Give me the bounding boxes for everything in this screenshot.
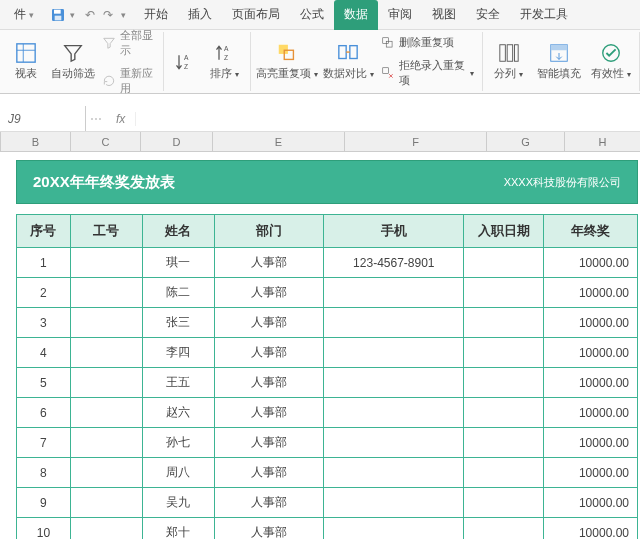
autofilter-button[interactable]: 自动筛选 — [54, 42, 92, 81]
table-cell[interactable] — [464, 398, 544, 428]
table-row[interactable]: 4李四人事部10000.00 — [17, 338, 638, 368]
table-cell[interactable] — [464, 488, 544, 518]
table-cell[interactable]: 10000.00 — [544, 398, 638, 428]
sort-asc-button[interactable]: AZ — [172, 51, 196, 73]
table-cell[interactable] — [464, 278, 544, 308]
table-cell[interactable]: 9 — [17, 488, 71, 518]
table-cell[interactable] — [464, 428, 544, 458]
col-header[interactable]: C — [71, 132, 141, 151]
table-cell[interactable]: 人事部 — [214, 458, 324, 488]
table-row[interactable]: 6赵六人事部10000.00 — [17, 398, 638, 428]
table-cell[interactable]: 10000.00 — [544, 488, 638, 518]
table-cell[interactable]: 10000.00 — [544, 248, 638, 278]
table-cell[interactable] — [324, 518, 464, 540]
table-cell[interactable] — [70, 458, 142, 488]
table-header-cell[interactable]: 工号 — [70, 215, 142, 248]
table-cell[interactable]: 人事部 — [214, 368, 324, 398]
table-cell[interactable]: 5 — [17, 368, 71, 398]
split-button[interactable]: 分列 ▾ — [491, 42, 527, 81]
table-cell[interactable] — [70, 398, 142, 428]
table-cell[interactable] — [70, 278, 142, 308]
table-cell[interactable]: 123-4567-8901 — [324, 248, 464, 278]
table-header-cell[interactable]: 姓名 — [142, 215, 214, 248]
table-cell[interactable]: 人事部 — [214, 488, 324, 518]
table-cell[interactable] — [324, 398, 464, 428]
table-cell[interactable] — [464, 518, 544, 540]
smartfill-button[interactable]: 智能填充 — [537, 42, 581, 81]
col-header[interactable]: D — [141, 132, 213, 151]
col-header[interactable]: H — [565, 132, 640, 151]
table-cell[interactable]: 10 — [17, 518, 71, 540]
menu-tab-8[interactable]: 开发工具 — [510, 0, 578, 30]
table-cell[interactable]: 6 — [17, 398, 71, 428]
table-cell[interactable]: 琪一 — [142, 248, 214, 278]
menu-tab-4[interactable]: 数据 — [334, 0, 378, 30]
menu-tab-6[interactable]: 视图 — [422, 0, 466, 30]
table-cell[interactable] — [324, 338, 464, 368]
menu-tab-2[interactable]: 页面布局 — [222, 0, 290, 30]
table-cell[interactable] — [324, 278, 464, 308]
table-cell[interactable]: 10000.00 — [544, 518, 638, 540]
table-row[interactable]: 10郑十人事部10000.00 — [17, 518, 638, 540]
table-header-cell[interactable]: 序号 — [17, 215, 71, 248]
table-cell[interactable]: 人事部 — [214, 518, 324, 540]
table-cell[interactable] — [324, 458, 464, 488]
table-cell[interactable]: 10000.00 — [544, 458, 638, 488]
table-cell[interactable]: 人事部 — [214, 248, 324, 278]
col-header[interactable]: E — [213, 132, 345, 151]
table-cell[interactable] — [70, 368, 142, 398]
table-header-cell[interactable]: 入职日期 — [464, 215, 544, 248]
table-cell[interactable]: 郑十 — [142, 518, 214, 540]
table-cell[interactable]: 吴九 — [142, 488, 214, 518]
menu-tab-5[interactable]: 审阅 — [378, 0, 422, 30]
menu-file[interactable]: 件▾ — [4, 0, 44, 30]
menu-tab-1[interactable]: 插入 — [178, 0, 222, 30]
table-cell[interactable]: 张三 — [142, 308, 214, 338]
table-cell[interactable]: 8 — [17, 458, 71, 488]
sheet-area[interactable]: 20XX年年终奖发放表 XXXX科技股份有限公司 序号工号姓名部门手机入职日期年… — [0, 152, 640, 539]
table-cell[interactable]: 4 — [17, 338, 71, 368]
table-cell[interactable] — [70, 428, 142, 458]
name-box[interactable]: J9 — [0, 106, 86, 131]
table-row[interactable]: 7孙七人事部10000.00 — [17, 428, 638, 458]
table-row[interactable]: 5王五人事部10000.00 — [17, 368, 638, 398]
table-row[interactable]: 1琪一人事部123-4567-890110000.00 — [17, 248, 638, 278]
table-cell[interactable] — [324, 368, 464, 398]
table-header-cell[interactable]: 部门 — [214, 215, 324, 248]
table-cell[interactable]: 人事部 — [214, 398, 324, 428]
table-cell[interactable] — [70, 338, 142, 368]
table-cell[interactable]: 10000.00 — [544, 368, 638, 398]
table-cell[interactable] — [70, 518, 142, 540]
table-header-cell[interactable]: 手机 — [324, 215, 464, 248]
table-cell[interactable] — [464, 458, 544, 488]
table-cell[interactable]: 10000.00 — [544, 278, 638, 308]
table-cell[interactable]: 人事部 — [214, 278, 324, 308]
sort-button[interactable]: AZ 排序 ▾ — [206, 42, 242, 81]
table-row[interactable]: 3张三人事部10000.00 — [17, 308, 638, 338]
table-cell[interactable]: 人事部 — [214, 338, 324, 368]
data-compare-button[interactable]: 数据对比 ▾ — [325, 42, 371, 81]
table-row[interactable]: 8周八人事部10000.00 — [17, 458, 638, 488]
reject-dup-button[interactable]: 拒绝录入重复项 ▾ — [381, 56, 474, 90]
table-cell[interactable]: 孙七 — [142, 428, 214, 458]
table-cell[interactable] — [464, 308, 544, 338]
table-cell[interactable] — [324, 488, 464, 518]
table-cell[interactable]: 10000.00 — [544, 338, 638, 368]
table-cell[interactable]: 10000.00 — [544, 428, 638, 458]
table-cell[interactable] — [70, 488, 142, 518]
table-cell[interactable]: 人事部 — [214, 428, 324, 458]
reapply-button[interactable]: 重新应用 — [102, 64, 155, 98]
table-cell[interactable] — [324, 428, 464, 458]
remove-dup-button[interactable]: 删除重复项 — [381, 33, 474, 52]
table-cell[interactable]: 10000.00 — [544, 308, 638, 338]
table-cell[interactable]: 王五 — [142, 368, 214, 398]
table-cell[interactable]: 3 — [17, 308, 71, 338]
table-cell[interactable] — [464, 368, 544, 398]
qat-dropdown-icon[interactable]: ▾ — [121, 10, 126, 20]
table-cell[interactable]: 2 — [17, 278, 71, 308]
save-dropdown-icon[interactable]: ▾ — [70, 10, 75, 20]
table-cell[interactable] — [70, 248, 142, 278]
pivot-button[interactable]: 视表 — [8, 42, 44, 81]
col-header[interactable]: G — [487, 132, 565, 151]
table-cell[interactable]: 李四 — [142, 338, 214, 368]
